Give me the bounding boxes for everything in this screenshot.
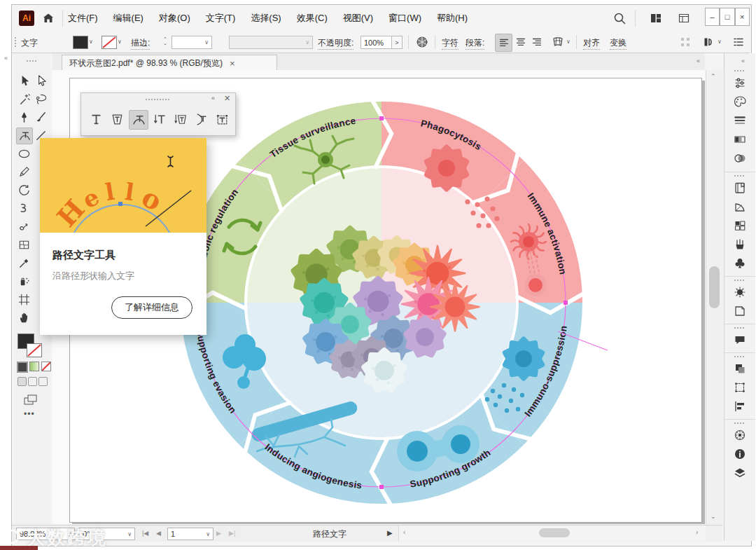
vscroll-up-arrow[interactable]: ⌃ <box>710 73 716 80</box>
vscroll-thumb[interactable] <box>709 266 720 308</box>
draw-behind-button[interactable] <box>28 377 37 386</box>
menu-item-6[interactable]: 视图(V) <box>343 12 373 25</box>
stroke-weight-input[interactable]: ∨ <box>172 36 212 49</box>
paragraph-label[interactable]: 段落: <box>465 37 484 50</box>
artboard-tool[interactable] <box>16 291 31 307</box>
first-artboard-button[interactable]: |◀ <box>142 530 148 537</box>
workspace-switcher-icon[interactable] <box>649 11 663 25</box>
color-mode-button[interactable] <box>17 362 28 373</box>
hand-tool[interactable] <box>16 310 31 325</box>
draw-inside-button[interactable] <box>38 377 48 386</box>
tools-collapse-icon[interactable]: « <box>4 55 8 62</box>
gradient-panel[interactable] <box>732 131 748 148</box>
document-tab[interactable]: 环状示意图2.pdf* @ 98.93 % (RGB/预览)× <box>62 55 277 71</box>
align-center-button[interactable] <box>512 34 528 50</box>
path-anchor-point[interactable] <box>379 116 384 121</box>
stroke-weight-stepper[interactable]: ⌃⌄ <box>162 37 169 47</box>
lasso-tool[interactable] <box>33 91 48 106</box>
opacity-more-button[interactable]: > <box>391 36 402 49</box>
minimize-button[interactable]: – <box>705 8 720 26</box>
touch-type-tool[interactable] <box>213 110 231 128</box>
graphic-styles-panel[interactable] <box>732 303 748 319</box>
type-tool[interactable] <box>87 110 105 128</box>
search-icon[interactable] <box>612 11 626 25</box>
stroke-label[interactable]: 描边: <box>131 37 150 50</box>
palette-collapse-icon[interactable]: « <box>211 95 215 102</box>
home-icon[interactable] <box>41 11 55 25</box>
vertical-scrollbar[interactable]: ⌃⌄ <box>706 70 723 524</box>
learn-more-button[interactable]: 了解详细信息 <box>111 296 192 319</box>
hscroll-left-arrow[interactable]: ‹ <box>403 528 405 536</box>
properties-panel[interactable] <box>732 74 748 91</box>
docking-dropdown-arrow[interactable]: ∨ <box>718 39 722 45</box>
stroke-dropdown-arrow[interactable]: ∨ <box>118 39 122 45</box>
menu-item-1[interactable]: 编辑(E) <box>113 12 144 25</box>
area-type-tool[interactable] <box>108 110 126 128</box>
mesh-tool[interactable] <box>16 237 31 252</box>
layers-panel[interactable] <box>732 465 748 481</box>
dock-collapse-icon[interactable]: « <box>741 57 745 64</box>
palette-close-icon[interactable]: ✕ <box>224 94 230 103</box>
direct-selection-tool[interactable] <box>33 73 48 88</box>
rotation-dropdown[interactable]: 0°∨ <box>79 528 135 540</box>
docking-icon[interactable] <box>702 35 716 49</box>
close-button[interactable]: × <box>735 8 750 26</box>
color-panel[interactable] <box>732 93 748 110</box>
variable-width-profile-dropdown[interactable]: ∨ <box>229 36 313 49</box>
swatches-panel[interactable] <box>732 198 748 215</box>
type-on-path-tool[interactable] <box>16 128 33 144</box>
menu-item-5[interactable]: 效果(C) <box>297 12 328 25</box>
fill-color-swatch[interactable] <box>73 36 88 49</box>
vertical-type-on-path-tool[interactable] <box>192 110 210 128</box>
none-mode-button[interactable] <box>41 362 51 371</box>
eyedropper-tool[interactable] <box>16 255 31 270</box>
transform-label[interactable]: 变换 <box>610 37 626 50</box>
opacity-input[interactable]: 100% <box>360 36 396 49</box>
align-right-button[interactable] <box>529 34 545 50</box>
pen-tool[interactable] <box>16 109 31 125</box>
align-label[interactable]: 对齐 <box>583 37 600 50</box>
palette-drag-handle[interactable] <box>146 99 171 100</box>
maximize-button[interactable]: □ <box>720 8 734 26</box>
app-logo[interactable]: Ai <box>19 11 34 26</box>
screen-mode-button[interactable] <box>23 394 38 406</box>
appearance-panel[interactable] <box>732 284 748 301</box>
artboard-number-dropdown[interactable]: 1∨ <box>167 528 214 540</box>
brushes-panel[interactable] <box>732 236 748 253</box>
pathfinder-panel[interactable] <box>732 360 748 377</box>
color-wheel-icon[interactable] <box>415 35 429 49</box>
stroke-panel[interactable] <box>732 112 748 129</box>
rotate-tool[interactable] <box>16 182 31 198</box>
warp-dropdown-arrow[interactable]: ∨ <box>566 39 570 45</box>
menu-item-4[interactable]: 选择(S) <box>251 12 281 25</box>
symbol-sprayer-tool[interactable] <box>16 273 31 289</box>
vertical-area-type-tool[interactable] <box>171 110 189 128</box>
gradient-mode-button[interactable] <box>29 362 39 371</box>
transparency-panel[interactable] <box>732 150 748 167</box>
pencil-tool[interactable] <box>16 164 31 179</box>
warp-icon[interactable] <box>551 35 565 49</box>
last-artboard-button[interactable]: ▶| <box>229 530 235 537</box>
transform-panel[interactable] <box>732 379 748 396</box>
fill-dropdown-arrow[interactable]: ∨ <box>89 39 93 45</box>
selection-tool[interactable] <box>16 73 31 88</box>
vertical-type-tool[interactable] <box>150 110 168 128</box>
list-icon[interactable] <box>732 35 746 49</box>
draw-normal-button[interactable] <box>18 377 27 386</box>
align-panel[interactable] <box>732 398 748 415</box>
paintbrush-tool[interactable] <box>33 109 48 125</box>
symbols-panel[interactable] <box>732 255 748 272</box>
menu-item-2[interactable]: 对象(O) <box>159 12 190 25</box>
magic-wand-tool[interactable] <box>16 91 31 106</box>
zoom-level-dropdown[interactable]: 98.93%∨ <box>16 528 75 540</box>
artboards-panel[interactable] <box>732 217 748 234</box>
opacity-label[interactable]: 不透明度: <box>318 37 354 50</box>
menu-item-0[interactable]: 文件(F) <box>68 12 98 25</box>
tabbar-collapse-icon[interactable]: « <box>696 57 699 64</box>
hscroll-right-arrow[interactable]: › <box>696 528 698 536</box>
menu-item-7[interactable]: 窗口(W) <box>388 12 421 25</box>
info-panel[interactable] <box>732 446 748 462</box>
path-anchor-point[interactable] <box>379 485 384 489</box>
prev-artboard-button[interactable]: ◀ <box>156 530 161 537</box>
vscroll-down-arrow[interactable]: ⌄ <box>710 513 716 520</box>
